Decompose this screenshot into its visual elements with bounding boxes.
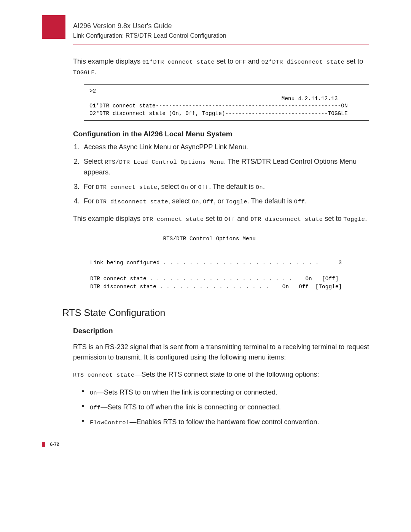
- inline-code: DTR disconnect state: [250, 216, 323, 223]
- doc-title: AI296 Version 9.8x User's Guide: [73, 22, 369, 30]
- text: . The default is: [209, 183, 256, 190]
- page-content: This example displays 01*DTR connect sta…: [73, 56, 369, 428]
- text: For: [84, 183, 96, 190]
- text: .: [263, 183, 265, 190]
- text: ,: [199, 197, 203, 205]
- header-red-square: [42, 15, 65, 39]
- step-3: For DTR connect state, select On or Off.…: [81, 182, 369, 192]
- inline-code: OFF: [235, 59, 246, 66]
- text: , select: [158, 183, 181, 190]
- subheading-description: Description: [73, 327, 369, 335]
- inline-code: On: [181, 184, 188, 191]
- inline-code: Off: [90, 405, 101, 411]
- subheading-config-local-menu: Configuration in the AI296 Local Menu Sy…: [73, 130, 369, 138]
- page-red-tab: [42, 442, 45, 447]
- step-4: For DTR disconnect state, select On, Off…: [81, 196, 369, 207]
- breadcrumb: Link Configuration: RTS/DTR Lead Control…: [73, 32, 369, 39]
- text: set to: [344, 58, 363, 65]
- inline-code: 01*DTR connect state: [142, 59, 215, 66]
- inline-code: RTS/DTR Lead Control Options Menu: [105, 159, 224, 166]
- menu-output-box-1: >2 Menu 4.2.11.12.13 01*DTR connect stat…: [84, 84, 369, 121]
- inline-code: DTR connect state: [142, 216, 204, 223]
- option-off: Off—Sets RTS to off when the link is con…: [81, 402, 369, 413]
- option-flowcontrol: FlowControl—Enables RTS to follow the ha…: [81, 417, 369, 428]
- text: , select: [168, 197, 192, 205]
- inline-code: TOGGLE: [73, 70, 95, 76]
- text: set to: [323, 215, 343, 222]
- text: .: [305, 197, 307, 205]
- description-paragraph: RTS is an RS-232 signal that is sent fro…: [73, 342, 369, 363]
- text: .: [365, 215, 367, 222]
- text: . The default is: [247, 197, 294, 205]
- text: and: [246, 58, 261, 65]
- text: and: [235, 215, 250, 222]
- inline-code: On: [192, 199, 199, 205]
- page-header: AI296 Version 9.8x User's Guide Link Con…: [73, 22, 369, 45]
- text: Select: [84, 158, 105, 165]
- inline-code: Off: [225, 216, 236, 223]
- text: This example displays: [73, 215, 142, 222]
- text: —Sets the RTS connect state to one of th…: [135, 371, 319, 378]
- inline-code: Off: [203, 199, 214, 205]
- menu-output-box-2: RTS/DTR Control Options Menu Link being …: [84, 231, 369, 295]
- rts-connect-state-intro: RTS connect state—Sets the RTS connect s…: [73, 369, 369, 380]
- intro-paragraph: This example displays 01*DTR connect sta…: [73, 56, 369, 77]
- text: For: [84, 197, 96, 205]
- text: set to: [215, 58, 235, 65]
- steps-list: Access the Async Link Menu or AsyncPPP L…: [73, 142, 369, 206]
- inline-code: On: [256, 184, 263, 191]
- inline-code: DTR disconnect state: [96, 199, 168, 205]
- page-number: 6-72: [50, 442, 59, 447]
- text: —Enables RTS to follow the hardware flow…: [130, 418, 319, 426]
- text: —Sets RTS to on when the link is connect…: [97, 388, 277, 396]
- text: .: [95, 68, 97, 76]
- options-list: On—Sets RTS to on when the link is conne…: [73, 387, 369, 428]
- text: This example displays: [73, 58, 142, 65]
- inline-code: Toggle: [226, 199, 247, 205]
- inline-code: Toggle: [343, 216, 365, 223]
- inline-code: DTR connect state: [96, 184, 158, 191]
- inline-code: 02*DTR disconnect state: [261, 59, 345, 66]
- text: set to: [204, 215, 225, 222]
- text: or: [188, 183, 198, 190]
- inline-code: RTS connect state: [73, 372, 135, 379]
- text: , or: [214, 197, 226, 205]
- option-on: On—Sets RTS to on when the link is conne…: [81, 387, 369, 398]
- inline-code: On: [90, 390, 97, 396]
- inline-code: Off: [198, 184, 209, 191]
- page-number-area: 6-72: [42, 441, 59, 447]
- inline-code: FlowControl: [90, 420, 130, 426]
- step-2: Select RTS/DTR Lead Control Options Menu…: [81, 157, 369, 178]
- text: —Sets RTS to off when the link is connec…: [101, 403, 281, 411]
- inline-code: Off: [294, 199, 305, 205]
- section-heading-rts-state: RTS State Configuration: [62, 307, 369, 318]
- step-1: Access the Async Link Menu or AsyncPPP L…: [81, 142, 369, 153]
- example-2-paragraph: This example displays DTR connect state …: [73, 214, 369, 224]
